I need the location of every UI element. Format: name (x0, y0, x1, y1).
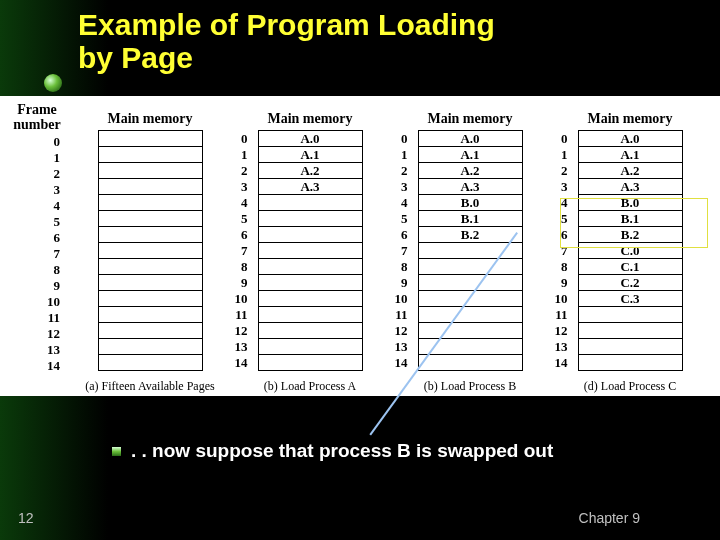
frame-number: 10 (47, 294, 60, 310)
memory-cell (419, 275, 522, 291)
memory-cell (259, 227, 362, 243)
memory-table-a (98, 130, 203, 371)
memory-cell: A.3 (419, 179, 522, 195)
memory-cell (99, 227, 202, 243)
memory-cell (419, 259, 522, 275)
memory-cell: B.1 (419, 211, 522, 227)
frame-number: 14 (47, 358, 60, 374)
memory-cell (419, 291, 522, 307)
memory-cell: A.0 (419, 131, 522, 147)
frame-number: 4 (241, 195, 248, 211)
slide-number: 12 (18, 510, 34, 526)
memory-cell (259, 211, 362, 227)
memory-cell (99, 195, 202, 211)
frame-number: 5 (401, 211, 408, 227)
frame-number: 13 (235, 339, 248, 355)
frame-number: 10 (395, 291, 408, 307)
memory-cell (419, 355, 522, 371)
frame-number: 1 (241, 147, 248, 163)
memory-cell: A.2 (419, 163, 522, 179)
memory-cell: A.0 (579, 131, 682, 147)
frame-number: 3 (561, 179, 568, 195)
frame-number: 9 (241, 275, 248, 291)
frame-number-header: Framenumber (13, 102, 60, 132)
frame-number: 8 (241, 259, 248, 275)
memory-column-c: Main memory 01234567891011121314 A.0A.1A… (394, 102, 546, 394)
frame-number: 11 (48, 310, 60, 326)
memory-cell (99, 147, 202, 163)
frame-number: 1 (401, 147, 408, 163)
frame-number: 1 (54, 150, 61, 166)
diagram-panel: Framenumber 01234567891011121314 Main me… (0, 96, 720, 396)
frame-number-column: Framenumber 01234567891011121314 (8, 102, 66, 394)
memory-table-b: 01234567891011121314 A.0A.1A.2A.3 (258, 130, 363, 371)
frame-number: 5 (561, 211, 568, 227)
memory-cell (99, 307, 202, 323)
frame-number: 14 (555, 355, 568, 371)
frame-numbers-col0: 01234567891011121314 (8, 134, 66, 374)
frame-number: 7 (561, 243, 568, 259)
memory-cell: A.3 (579, 179, 682, 195)
memory-cell (259, 275, 362, 291)
frame-number: 12 (395, 323, 408, 339)
frame-number: 9 (54, 278, 61, 294)
frame-number: 1 (561, 147, 568, 163)
caption-b: (b) Load Process A (264, 379, 356, 394)
caption-d: (d) Load Process C (584, 379, 676, 394)
memory-cell: B.0 (579, 195, 682, 211)
frame-number: 6 (561, 227, 568, 243)
memory-cell (259, 195, 362, 211)
frame-number: 0 (401, 131, 408, 147)
memory-cell: B.1 (579, 211, 682, 227)
memory-cell: C.3 (579, 291, 682, 307)
memory-cell: B.2 (419, 227, 522, 243)
memory-cell (99, 339, 202, 355)
memory-column-a: Main memory (a) Fifteen Available Pages (74, 102, 226, 394)
accent-dot-icon (44, 74, 62, 92)
memory-cell (259, 307, 362, 323)
frame-number: 13 (47, 342, 60, 358)
memory-cell (99, 355, 202, 371)
frame-numbers-col1: 01234567891011121314 (235, 131, 248, 371)
memory-cell (99, 163, 202, 179)
memory-cell (99, 291, 202, 307)
memory-cell (99, 323, 202, 339)
title-line-2: by Page (78, 41, 193, 74)
memory-cell: A.2 (579, 163, 682, 179)
title-line-1: Example of Program Loading (78, 8, 495, 41)
frame-number: 2 (401, 163, 408, 179)
memory-cell (579, 355, 682, 371)
memory-column-b: Main memory 01234567891011121314 A.0A.1A… (234, 102, 386, 394)
frame-number: 12 (555, 323, 568, 339)
frame-number: 7 (54, 246, 61, 262)
memory-header-d: Main memory (587, 102, 672, 126)
memory-cell (579, 339, 682, 355)
frame-number: 8 (401, 259, 408, 275)
frame-number: 13 (395, 339, 408, 355)
frame-number: 6 (241, 227, 248, 243)
frame-number: 2 (561, 163, 568, 179)
caption-c: (b) Load Process B (424, 379, 516, 394)
frame-number: 8 (561, 259, 568, 275)
frame-number: 9 (401, 275, 408, 291)
memory-cell (259, 323, 362, 339)
bullet-text: . . now suppose that process B is swappe… (131, 440, 553, 462)
caption-a: (a) Fifteen Available Pages (85, 379, 214, 394)
slide-title: Example of Program Loading by Page (78, 8, 495, 74)
frame-number: 0 (54, 134, 61, 150)
memory-cell (259, 355, 362, 371)
frame-number: 13 (555, 339, 568, 355)
memory-cell: C.1 (579, 259, 682, 275)
memory-cell (579, 307, 682, 323)
frame-number: 3 (401, 179, 408, 195)
frame-number: 9 (561, 275, 568, 291)
memory-cell (419, 323, 522, 339)
frame-number: 7 (401, 243, 408, 259)
memory-cell (259, 291, 362, 307)
frame-number: 6 (54, 230, 61, 246)
frame-number: 14 (395, 355, 408, 371)
memory-table-c: 01234567891011121314 A.0A.1A.2A.3B.0B.1B… (418, 130, 523, 371)
memory-cell (99, 243, 202, 259)
frame-number: 11 (395, 307, 407, 323)
memory-header-b: Main memory (267, 102, 352, 126)
